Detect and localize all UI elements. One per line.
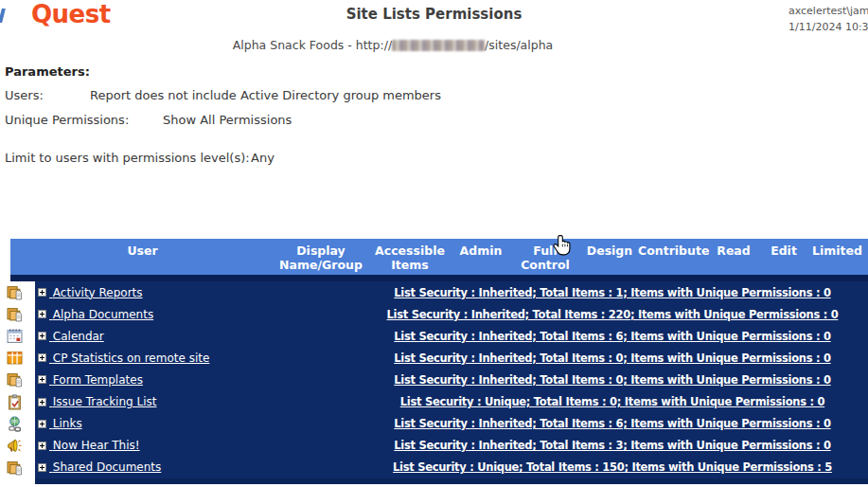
list-security-link[interactable]: List Security : Inherited; Total Items :…: [394, 439, 830, 452]
list-security-link[interactable]: List Security : Inherited; Total Items :…: [387, 308, 839, 321]
document-library-icon: [7, 284, 23, 300]
document-library-icon: [7, 306, 23, 322]
list-name-cell: Activity Reports: [35, 281, 357, 303]
table-row: Alpha Documents List Security : Inherite…: [0, 303, 868, 325]
expand-plus-icon[interactable]: [38, 310, 46, 318]
row-icon-gutter: [0, 457, 35, 478]
run-timestamp: 1/11/2024 10:34:: [788, 19, 868, 35]
list-security-link[interactable]: List Security : Inherited; Total Items :…: [394, 373, 830, 387]
row-icon-gutter: [0, 390, 35, 412]
permission-levels-label: Limit to users with permissions level(s)…: [5, 151, 250, 165]
row-icon-gutter: [0, 347, 35, 369]
list-name-link[interactable]: Links: [49, 417, 82, 430]
list-security-cell: List Security : Inherited; Total Items :…: [357, 347, 868, 369]
table-footer-strip: [35, 478, 868, 484]
parameter-users: Users: Report does not include Active Di…: [0, 88, 868, 103]
list-name-cell: Links: [35, 413, 357, 435]
row-icon-gutter: [0, 325, 35, 347]
expand-plus-icon[interactable]: [38, 353, 46, 362]
table-row: Shared Documents List Security : Unique;…: [0, 457, 868, 478]
list-name-cell: Shared Documents: [35, 457, 357, 478]
header-divider: [10, 275, 868, 281]
list-name-cell: Alpha Documents: [35, 303, 357, 325]
column-header-limited[interactable]: Limited: [806, 244, 868, 258]
list-name-link[interactable]: Alpha Documents: [49, 308, 153, 321]
column-header-admin[interactable]: Admin: [452, 244, 509, 258]
expand-plus-icon[interactable]: [38, 398, 46, 406]
column-header-design[interactable]: Design: [581, 244, 638, 258]
site-subtitle: Alpha Snack Foods - http:///sites/alpha: [0, 38, 786, 52]
links-icon: [7, 416, 23, 432]
table-row: Links List Security : Inherited; Total I…: [0, 413, 868, 435]
column-header-contribute[interactable]: Contribute: [638, 244, 706, 258]
list-security-link[interactable]: List Security : Unique; Total Items : 0;…: [400, 395, 824, 408]
list-name-cell: Issue Tracking List: [35, 390, 357, 412]
list-name-link[interactable]: Activity Reports: [49, 286, 143, 299]
expand-plus-icon[interactable]: [38, 288, 46, 297]
list-security-cell: List Security : Inherited; Total Items :…: [357, 435, 868, 457]
list-security-cell: List Security : Unique; Total Items : 0;…: [357, 390, 868, 412]
unique-permissions-value: Show All Permissions: [163, 113, 292, 127]
row-icon-gutter: [0, 369, 35, 390]
users-label: Users:: [5, 88, 44, 102]
list-security-link[interactable]: List Security : Inherited; Total Items :…: [394, 417, 830, 430]
issue-tracking-icon: [7, 394, 23, 410]
list-security-cell: List Security : Inherited; Total Items :…: [357, 369, 868, 390]
list-name-cell: CP Statistics on remote site: [35, 347, 357, 369]
column-header-display-name-group[interactable]: Display Name/Group: [275, 244, 367, 272]
list-name-cell: Calendar: [35, 325, 357, 347]
parameters-heading: Parameters:: [5, 64, 90, 79]
list-name-link[interactable]: Calendar: [49, 330, 104, 343]
row-icon-gutter: [0, 413, 35, 435]
column-header-edit[interactable]: Edit: [761, 244, 806, 258]
list-name-link[interactable]: CP Statistics on remote site: [49, 352, 209, 365]
expand-plus-icon[interactable]: [38, 375, 46, 384]
users-value: Report does not include Active Directory…: [90, 88, 441, 102]
document-library-icon: [7, 371, 23, 388]
expand-plus-icon[interactable]: [38, 420, 46, 428]
list-security-link[interactable]: List Security : Inherited; Total Items :…: [394, 286, 830, 299]
expand-plus-icon[interactable]: [38, 463, 46, 472]
site-name-and-url-prefix: Alpha Snack Foods - http://: [233, 38, 392, 52]
expand-plus-icon[interactable]: [38, 332, 46, 340]
table-body: Activity Reports List Security : Inherit…: [0, 281, 868, 478]
list-security-cell: List Security : Inherited; Total Items :…: [357, 413, 868, 435]
column-header-full-control[interactable]: Full Control: [509, 244, 581, 272]
datasheet-icon: [7, 350, 23, 366]
report-meta: axcelertest\james 1/11/2024 10:34:: [788, 3, 868, 35]
table-row: Form Templates List Security : Inherited…: [0, 369, 868, 390]
expand-plus-icon[interactable]: [38, 442, 46, 450]
unique-permissions-label: Unique Permissions:: [5, 113, 129, 127]
table-row: Issue Tracking List List Security : Uniq…: [0, 390, 868, 412]
table-header: User Display Name/Group Accessible Items…: [10, 239, 868, 275]
list-security-link[interactable]: List Security : Inherited; Total Items :…: [394, 330, 830, 343]
list-name-cell: Now Hear This!: [35, 435, 357, 457]
announcements-icon: [7, 438, 23, 454]
list-name-link[interactable]: Now Hear This!: [49, 439, 140, 452]
table-row: Now Hear This! List Security : Inherited…: [0, 435, 868, 457]
row-icon-gutter: [0, 281, 35, 303]
parameter-permission-levels: Limit to users with permissions level(s)…: [0, 151, 868, 166]
list-security-cell: List Security : Unique; Total Items : 15…: [357, 457, 868, 478]
table-row: Calendar List Security : Inherited; Tota…: [0, 325, 868, 347]
list-security-link[interactable]: List Security : Unique; Total Items : 15…: [393, 460, 832, 474]
column-header-accessible-items[interactable]: Accessible Items: [367, 244, 452, 272]
list-security-cell: List Security : Inherited; Total Items :…: [357, 303, 868, 325]
document-library-icon: [7, 460, 23, 476]
list-name-link[interactable]: Issue Tracking List: [49, 395, 156, 408]
list-name-link[interactable]: Form Templates: [49, 373, 143, 387]
column-header-user[interactable]: User: [10, 244, 275, 258]
list-security-link[interactable]: List Security : Inherited; Total Items :…: [394, 352, 830, 365]
redacted-url-segment: [392, 40, 485, 51]
calendar-icon: [7, 328, 23, 344]
list-name-cell: Form Templates: [35, 369, 357, 390]
list-name-link[interactable]: Shared Documents: [49, 460, 161, 474]
run-by-user: axcelertest\james: [788, 3, 868, 19]
list-security-cell: List Security : Inherited; Total Items :…: [357, 325, 868, 347]
table-row: CP Statistics on remote site List Securi…: [0, 347, 868, 369]
column-header-read[interactable]: Read: [706, 244, 761, 258]
report-page: { "brand": {"name": "Quest"}, "report": …: [0, 0, 868, 487]
parameter-unique-permissions: Unique Permissions: Show All Permissions: [0, 113, 868, 128]
list-security-cell: List Security : Inherited; Total Items :…: [357, 281, 868, 303]
row-icon-gutter: [0, 435, 35, 457]
